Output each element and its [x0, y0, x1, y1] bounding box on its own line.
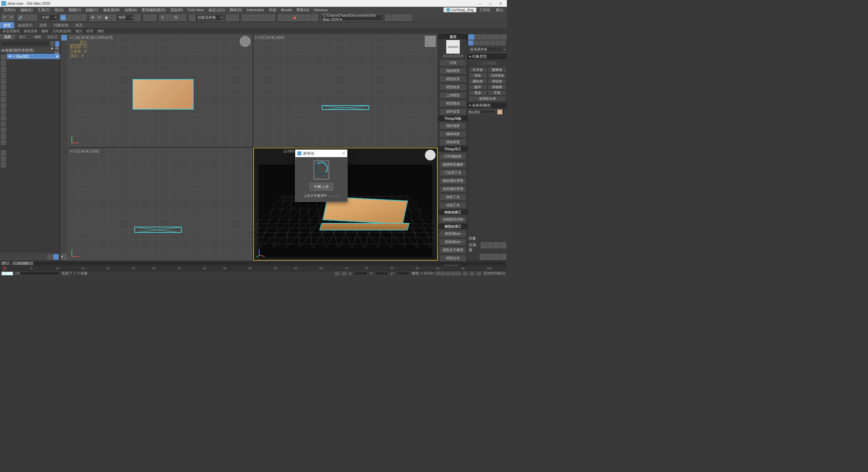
btn-adv-collapse[interactable]: 高级塌box: [439, 239, 466, 245]
filter-bones-icon[interactable]: [1, 103, 6, 109]
btn-model-settings[interactable]: 模型设置: [439, 76, 466, 82]
menu-grapheditors[interactable]: 图形编辑器(D): [140, 7, 167, 13]
scene-list[interactable]: 👁 ○ Box001 ❄: [7, 54, 60, 253]
filter-spacewarps-icon[interactable]: [1, 85, 6, 90]
select-region-button[interactable]: [74, 15, 80, 21]
y-input[interactable]: [375, 271, 389, 276]
ribbon-modifyselection[interactable]: 修改选择: [22, 29, 39, 34]
curve-editor-button[interactable]: [255, 15, 261, 21]
menu-uinnova[interactable]: Uinnova: [312, 8, 330, 12]
ribbon-tab-objectpaint[interactable]: 对象绘制: [50, 22, 72, 29]
ribbon-polymodeling[interactable]: 多边形建模: [1, 29, 22, 34]
btn-place-model[interactable]: 摆放模型: [439, 139, 466, 146]
viewport-top[interactable]: [+] [顶] [标准] [默认明暗处理] 总计 多边形: 12 三角形: 12…: [68, 34, 253, 147]
maxscript-input[interactable]: [15, 271, 59, 276]
window-crossing-button[interactable]: [80, 15, 86, 21]
btn-mat-attr[interactable]: 材质属性管理: [439, 186, 466, 192]
vp-label[interactable]: [+] [左] [标准] [线框]: [70, 149, 99, 154]
btn-logout[interactable]: 注销: [439, 59, 466, 66]
scene-item-box001[interactable]: 👁 ○ Box001 ❄: [7, 54, 60, 59]
render-online-button[interactable]: [312, 15, 318, 21]
se-tab-display[interactable]: 显示: [15, 34, 30, 40]
filter-cameras-icon[interactable]: [1, 73, 6, 78]
nav-btn2-icon[interactable]: [487, 242, 493, 248]
btn-obj-attr[interactable]: 物体属性管理: [439, 177, 466, 184]
toggle-ribbon-button[interactable]: [249, 15, 255, 21]
move-button[interactable]: ✥: [90, 15, 96, 21]
render-iterative-button[interactable]: [298, 15, 304, 21]
ribbon-subdivision[interactable]: 细分: [74, 29, 84, 34]
btn-edit-scene[interactable]: 编辑场景: [439, 131, 466, 137]
nav-btn4-icon[interactable]: [500, 242, 506, 248]
undo-button[interactable]: ↶: [1, 15, 7, 21]
z-input[interactable]: [396, 271, 410, 276]
btn-merge[interactable]: 模型合并: [439, 255, 466, 262]
render-setup-button[interactable]: [278, 15, 284, 21]
btn-plugin-settings[interactable]: 插件设置: [439, 108, 466, 115]
shapes-cat-icon[interactable]: [474, 40, 479, 45]
eye-icon[interactable]: 👁: [1, 49, 5, 53]
filter-hidden-icon[interactable]: [1, 121, 6, 127]
menu-help[interactable]: 帮助(H): [294, 7, 311, 13]
keyboard-button[interactable]: [150, 15, 156, 21]
ribbon-tab-populate[interactable]: 填充: [72, 22, 86, 29]
btn-bake[interactable]: 烘焙工具: [439, 194, 466, 201]
scene-filter-input[interactable]: [1, 41, 50, 46]
placement-button[interactable]: [110, 15, 116, 21]
menu-scripting[interactable]: 脚本(S): [228, 7, 244, 13]
pivot-button[interactable]: [134, 15, 140, 21]
redo-button[interactable]: ↷: [8, 15, 14, 21]
se-tab-select[interactable]: 选择: [0, 34, 15, 40]
object-box-left[interactable]: [134, 227, 182, 233]
filter-frozen-icon[interactable]: [1, 115, 6, 121]
close-button[interactable]: ✕: [495, 0, 506, 6]
btn-door[interactable]: 门设置工具: [439, 169, 466, 176]
dialog-close-icon[interactable]: ✕: [342, 151, 345, 156]
menu-customize[interactable]: 自定义(U): [206, 7, 227, 13]
menu-arnold[interactable]: Arnold: [279, 8, 294, 12]
filter-all-icon[interactable]: [1, 128, 6, 133]
cameras-cat-icon[interactable]: [485, 40, 490, 45]
snap-button[interactable]: 3: [159, 15, 165, 21]
hierarchy-tab-icon[interactable]: [481, 34, 487, 40]
selection-filter-dropdown[interactable]: 全部: [40, 15, 57, 21]
save-button[interactable]: [399, 15, 405, 21]
filter-geometry-icon[interactable]: [1, 54, 6, 60]
btn-model-check[interactable]: 模型检查: [439, 84, 466, 91]
filter-helpers-icon[interactable]: [1, 79, 6, 84]
btn-anim[interactable]: 动画工具: [439, 202, 466, 209]
layer-explorer-button[interactable]: [242, 15, 248, 21]
abort-upload-button[interactable]: 中断上传: [310, 183, 333, 191]
user-badge[interactable]: LiuYang_Jing: [443, 7, 476, 12]
scene-col-name[interactable]: 名称(按升序排序): [5, 48, 48, 53]
object-box-persp[interactable]: [318, 199, 413, 239]
nav-btn8-icon[interactable]: [500, 254, 506, 260]
align-button[interactable]: [233, 15, 239, 21]
set-project-button[interactable]: [385, 15, 391, 21]
spinner-snap-button[interactable]: [180, 15, 186, 21]
goto-end-icon[interactable]: [456, 271, 461, 276]
prim-pyramid[interactable]: 四棱锥: [488, 84, 507, 90]
menu-views[interactable]: 视图(V): [66, 7, 83, 13]
rollout-objecttype[interactable]: ▾ 对象类型: [468, 53, 507, 60]
coord-icon[interactable]: [342, 271, 347, 276]
modify-tab-icon[interactable]: [475, 34, 481, 40]
play-icon[interactable]: [446, 271, 451, 276]
spacewarps-cat-icon[interactable]: [495, 40, 500, 45]
material-editor-button[interactable]: [269, 15, 275, 21]
prim-box[interactable]: 长方体: [469, 67, 487, 72]
nav-btn1-icon[interactable]: [481, 242, 487, 248]
ribbon-tab-selection[interactable]: 选择: [36, 22, 50, 29]
filter-groups-icon[interactable]: [1, 91, 6, 96]
motion-tab-icon[interactable]: [488, 34, 494, 40]
prim-textplus[interactable]: 加强型文本: [469, 96, 506, 101]
scale-button[interactable]: ▣: [103, 15, 109, 21]
viewcube[interactable]: [425, 150, 436, 161]
utilities-tab-icon[interactable]: [500, 34, 507, 40]
prim-tube[interactable]: 管状体: [488, 79, 507, 84]
select-object-button[interactable]: ▭: [60, 15, 66, 21]
object-box-front[interactable]: [322, 105, 369, 110]
render-frame-button[interactable]: [285, 15, 291, 21]
menu-file[interactable]: 文件(F): [1, 7, 18, 13]
btn-anim-delay[interactable]: 动画延时控制: [439, 216, 466, 223]
